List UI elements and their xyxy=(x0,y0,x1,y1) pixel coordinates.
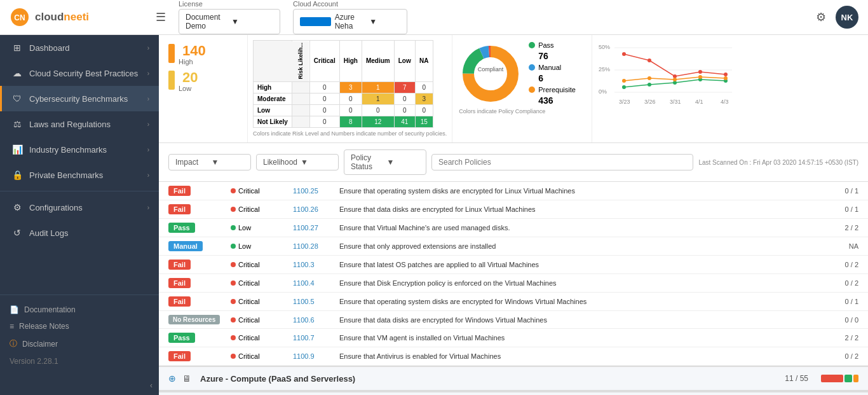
sidebar-item-label: Private Benchmarks xyxy=(29,170,141,180)
matrix-cell: 0 xyxy=(362,104,394,116)
trend-chart: 50% 25% 0% xyxy=(592,35,868,142)
donut-chart: Compliant xyxy=(459,42,522,106)
table-row[interactable]: Pass Low 1100.27 Ensure that Virtual Mac… xyxy=(159,219,868,237)
policy-code[interactable]: 1100.6 xyxy=(293,316,334,324)
sidebar-item-configurations[interactable]: ⚙ Configurations › xyxy=(0,195,159,220)
severity-text: Critical xyxy=(238,352,260,360)
expand-icon[interactable]: ⊕ xyxy=(168,373,176,384)
content-area: 140 High 20 Low xyxy=(159,35,868,395)
version-label: Version 2.28.1 xyxy=(10,357,58,366)
table-row[interactable]: Fail Critical 1100.26 Ensure that data d… xyxy=(159,200,868,219)
section-row[interactable]: ⊕ 🖥 Azure - Data Analytics 0 / 6 No Reso… xyxy=(159,391,868,395)
sidebar-item-industry[interactable]: 📊 Industry Benchmarks › xyxy=(0,137,159,162)
filter-row: Impact ▼ Likelihood ▼ Policy Status ▼ La… xyxy=(159,143,868,182)
policy-score: NA xyxy=(824,242,858,250)
policy-code[interactable]: 1100.26 xyxy=(293,205,334,213)
policy-status: Fail xyxy=(168,260,226,270)
severity-dot xyxy=(231,281,236,286)
severity-text: Low xyxy=(238,242,251,250)
audit-icon: ↺ xyxy=(11,228,23,238)
avatar[interactable]: NK xyxy=(836,6,858,29)
policy-status: Fail xyxy=(168,351,226,361)
settings-icon[interactable]: ⚙ xyxy=(816,10,826,24)
search-input[interactable] xyxy=(431,154,693,170)
policy-code[interactable]: 1100.28 xyxy=(293,242,334,250)
sidebar-item-cloud-security[interactable]: ☁ Cloud Security Best Practices › xyxy=(0,60,159,86)
lock-icon: 🔒 xyxy=(11,170,23,180)
table-row[interactable]: Fail Critical 1100.9 Ensure that Antivir… xyxy=(159,347,868,366)
matrix-cell: 3 xyxy=(415,93,433,104)
manual-label: Manual xyxy=(538,64,561,71)
chevron-right-icon: › xyxy=(147,95,149,102)
severity-text: Critical xyxy=(238,334,260,342)
policy-code[interactable]: 1100.7 xyxy=(293,334,334,342)
table-row[interactable]: Fail Critical 1100.3 Ensure that latest … xyxy=(159,256,868,274)
severity-text: Critical xyxy=(238,187,260,195)
sidebar-item-label: Laws and Regulations xyxy=(29,120,141,129)
prereq-dot xyxy=(529,87,535,93)
shield-icon: 🛡 xyxy=(11,94,23,104)
donut-note: Colors indicate Policy Compliance xyxy=(459,108,585,114)
severity-text: Critical xyxy=(238,279,260,287)
policy-status-label: Policy Status xyxy=(351,153,384,171)
policy-status-chevron-icon: ▼ xyxy=(387,158,420,167)
svg-text:4/1: 4/1 xyxy=(695,99,703,105)
policy-code[interactable]: 1100.4 xyxy=(293,279,334,287)
policy-severity: Critical xyxy=(231,316,288,324)
sidebar-documentation[interactable]: 📄 Documentation xyxy=(0,301,159,318)
policy-status-dropdown[interactable]: Policy Status ▼ xyxy=(344,149,426,175)
section-row[interactable]: ⊕ 🖥 Azure - Compute (PaaS and Serverless… xyxy=(159,366,868,391)
likelihood-dropdown[interactable]: Likelihood ▼ xyxy=(256,154,339,170)
table-row[interactable]: Manual Low 1100.28 Ensure that only appr… xyxy=(159,237,868,256)
chevron-right-icon: › xyxy=(147,146,149,153)
table-row[interactable]: No Resources Critical 1100.6 Ensure that… xyxy=(159,311,868,329)
sidebar-item-cybersecurity[interactable]: 🛡 Cybersecurity Benchmarks › xyxy=(0,86,159,111)
matrix-cell: 1 xyxy=(362,81,394,93)
sidebar-item-audit[interactable]: ↺ Audit Logs xyxy=(0,220,159,246)
legend-pass: Pass xyxy=(529,41,576,49)
policy-score: 0 / 1 xyxy=(824,298,858,305)
policy-code[interactable]: 1100.27 xyxy=(293,224,334,232)
sidebar: ⊞ Dashboard › ☁ Cloud Security Best Prac… xyxy=(0,35,159,395)
donut-legend: Pass 76 Manual 6 Prerequisite 436 xyxy=(529,41,576,106)
legend-prereq: Prerequisite xyxy=(529,86,576,94)
sidebar-release-notes[interactable]: ≡ Release Notes xyxy=(0,318,159,335)
impact-dropdown[interactable]: Impact ▼ xyxy=(168,154,251,170)
sidebar-item-laws[interactable]: ⚖ Laws and Regulations › xyxy=(0,111,159,137)
col-medium: Medium xyxy=(362,41,394,82)
svg-text:CN: CN xyxy=(14,13,25,22)
svg-point-18 xyxy=(622,85,626,89)
table-row[interactable]: Fail Critical 1100.4 Ensure that Disk En… xyxy=(159,274,868,293)
severity-dot xyxy=(231,244,236,249)
policy-description: Ensure that operating system disks are e… xyxy=(339,187,818,195)
policy-severity: Critical xyxy=(231,298,288,305)
policy-code[interactable]: 1100.9 xyxy=(293,352,334,360)
sidebar-collapse-button[interactable]: ‹ xyxy=(0,376,159,395)
svg-point-24 xyxy=(648,76,651,80)
policy-status: No Resources xyxy=(168,315,226,324)
sidebar-item-dashboard[interactable]: ⊞ Dashboard › xyxy=(0,35,159,60)
table-row[interactable]: Fail Critical 1100.25 Ensure that operat… xyxy=(159,182,868,200)
policy-description: Ensure that only approved extensions are… xyxy=(339,242,818,250)
license-label: License xyxy=(179,0,280,8)
policy-status: Pass xyxy=(168,333,226,343)
policy-code[interactable]: 1100.5 xyxy=(293,298,334,305)
manual-value: 6 xyxy=(538,73,576,83)
main-layout: ⊞ Dashboard › ☁ Cloud Security Best Prac… xyxy=(0,35,868,395)
matrix-row-label: High xyxy=(254,81,292,93)
svg-text:25%: 25% xyxy=(599,66,610,73)
svg-text:3/23: 3/23 xyxy=(619,99,630,105)
cloud-account-dropdown[interactable]: Azure Neha ▼ xyxy=(293,9,407,34)
sidebar-disclaimer[interactable]: ⓘ Disclaimer xyxy=(0,335,159,353)
policy-status: Fail xyxy=(168,186,226,196)
policy-code[interactable]: 1100.25 xyxy=(293,187,334,195)
policy-code[interactable]: 1100.3 xyxy=(293,261,334,268)
license-dropdown[interactable]: Document Demo ▼ xyxy=(179,9,280,34)
col-critical: Critical xyxy=(309,41,339,82)
table-row[interactable]: Pass Critical 1100.7 Ensure that VM agen… xyxy=(159,329,868,347)
menu-hamburger[interactable]: ☰ xyxy=(156,10,166,24)
table-row[interactable]: Fail Critical 1100.5 Ensure that operati… xyxy=(159,293,868,311)
policy-severity: Critical xyxy=(231,261,288,268)
policy-description: Ensure that Antivirus is enabled for Vir… xyxy=(339,352,818,360)
sidebar-item-private[interactable]: 🔒 Private Benchmarks › xyxy=(0,162,159,188)
